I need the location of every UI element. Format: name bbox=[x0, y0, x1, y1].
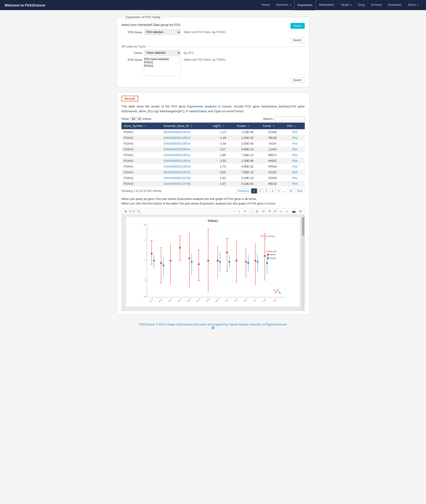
col-gene-symbol[interactable]: Gene_Symbol ⇅ bbox=[121, 123, 162, 129]
about-caret: ▾ bbox=[417, 4, 418, 6]
nav-genomic[interactable]: Genomic ▾ bbox=[273, 0, 294, 10]
svg-text:COAD: COAD bbox=[187, 298, 191, 303]
svg-point-70 bbox=[278, 292, 279, 293]
plot-link[interactable]: Plot bbox=[292, 130, 297, 134]
search-button-1[interactable]: Search bbox=[290, 38, 305, 43]
ensembl-link[interactable]: ENSG00000129514 bbox=[164, 165, 190, 168]
table-row: FOXA1 ENSG00000129514 1.07 9.40E-10 LUAD… bbox=[121, 147, 305, 152]
nav-expression[interactable]: Expression bbox=[294, 0, 316, 10]
plot-link[interactable]: Plot bbox=[292, 165, 297, 168]
cell-tumor: READ bbox=[260, 135, 285, 141]
nav-download[interactable]: Download bbox=[385, 0, 405, 10]
ensembl-link[interactable]: ENSG00000129514 bbox=[164, 170, 190, 174]
ensembl-link[interactable]: ENSG00000129514 bbox=[164, 159, 190, 162]
plot-link[interactable]: Plot bbox=[292, 147, 297, 151]
nav-home[interactable]: Home bbox=[259, 0, 273, 10]
cell-ensembl: ENSG00000125798 bbox=[162, 181, 211, 187]
plot-eraser-button[interactable]: ◇ bbox=[278, 209, 283, 214]
svg-text:CESC: CESC bbox=[168, 298, 172, 303]
svg-text:ESCA: ESCA bbox=[196, 298, 201, 303]
svg-text:KICH: KICH bbox=[225, 298, 229, 302]
svg-point-39 bbox=[207, 260, 209, 262]
entries-select[interactable]: 102550100 bbox=[130, 117, 142, 121]
nav-drug[interactable]: Drug bbox=[355, 0, 368, 10]
svg-point-71 bbox=[279, 293, 281, 294]
plot-link[interactable]: Plot bbox=[292, 153, 297, 157]
site-brand: Welcome to FOX2Cancer bbox=[5, 3, 45, 7]
ensembl-link[interactable]: ENSG00000129514 bbox=[164, 147, 190, 151]
fox-gene2-select[interactable]: FOX Gene selection FOXA1FOXA2 bbox=[144, 57, 181, 76]
table-row: FOXA1 ENSG00000129514 -1.49 2.20E-02 REA… bbox=[121, 135, 305, 141]
ensembl-link[interactable]: ENSG00000129514 bbox=[164, 153, 190, 157]
plot-link[interactable]: Plot bbox=[292, 170, 297, 174]
cell-logfc: 3.63 bbox=[211, 169, 235, 175]
target-caret: ▾ bbox=[350, 4, 352, 6]
svg-text:BRCA: BRCA bbox=[158, 298, 163, 303]
plot-camera-button[interactable]: 📷 bbox=[291, 209, 297, 214]
plot-settings-button[interactable]: ⚙ bbox=[298, 209, 303, 214]
page-5-button[interactable]: 5 bbox=[276, 189, 282, 194]
prev-button[interactable]: Previous bbox=[236, 189, 251, 194]
col-plot[interactable]: Plot ⇅ bbox=[285, 123, 305, 129]
scrollbar-thumb[interactable] bbox=[302, 217, 304, 236]
col-pvalue[interactable]: Pvalue ⇅ bbox=[235, 123, 260, 129]
svg-text:KIRP: KIRP bbox=[244, 298, 248, 302]
page-1-button[interactable]: 1 bbox=[251, 189, 257, 194]
page-2-button[interactable]: 2 bbox=[257, 189, 263, 194]
svg-text:-10: -10 bbox=[143, 296, 146, 298]
col-tumor[interactable]: Tumor ⇅ bbox=[260, 123, 285, 129]
table-row: FOXA2 ENSG00000125798 1.63 6.30E-18 COAD… bbox=[121, 175, 305, 181]
plot-undo-button[interactable]: ↺ bbox=[242, 209, 247, 214]
ensembl-link[interactable]: ENSG00000125798 bbox=[164, 182, 190, 185]
plot-text-button[interactable]: A↑ bbox=[260, 209, 266, 214]
plot-link[interactable]: Plot bbox=[292, 159, 297, 162]
scrollbar[interactable] bbox=[302, 215, 305, 311]
fox-gene-label: FOX Gene bbox=[121, 30, 142, 34]
plot-fullscreen-button[interactable]: ⛶ bbox=[248, 209, 254, 214]
tumor-select[interactable]: Tumor selection ACCBLCABRCA CESCCHOL bbox=[144, 50, 181, 56]
svg-text:-5: -5 bbox=[144, 279, 146, 281]
nav-about[interactable]: About ▾ bbox=[405, 0, 421, 10]
table-search-input[interactable] bbox=[275, 117, 305, 121]
pagination-info: Showing 1 to 10 of 252 entries bbox=[121, 189, 162, 193]
cell-gene: FOXA1 bbox=[121, 169, 162, 175]
col-logfc[interactable]: logFC ⇅ bbox=[211, 123, 235, 129]
form-section-title: select your interested Data group by FOX bbox=[121, 23, 291, 27]
nav-methylation[interactable]: Methylation bbox=[316, 0, 337, 10]
plot-link[interactable]: Plot bbox=[292, 182, 297, 185]
foxa1-chart: FOXA1 10 5 0 -5 -10 bbox=[126, 217, 300, 307]
plot-emoji-button[interactable]: ☺ bbox=[284, 209, 290, 214]
ensembl-link[interactable]: ENSG00000125798 bbox=[164, 176, 190, 180]
cell-pvalue: 5.10E-04 bbox=[235, 181, 260, 187]
nav-survival[interactable]: Survival bbox=[368, 0, 385, 10]
next-button[interactable]: Next bbox=[295, 189, 305, 194]
page-4-button[interactable]: 4 bbox=[270, 189, 275, 194]
plot-page-current: 1 bbox=[129, 210, 131, 213]
ensembl-link[interactable]: ENSG00000129514 bbox=[164, 136, 190, 140]
plot-minus-button[interactable]: − bbox=[232, 209, 236, 214]
nav-target[interactable]: Target ▾ bbox=[337, 0, 355, 10]
page-26-button[interactable]: 26 bbox=[287, 189, 294, 194]
cell-plot: Plot bbox=[285, 158, 305, 164]
plot-grid-button[interactable]: ⊞ bbox=[123, 209, 128, 214]
plot-link[interactable]: Plot bbox=[292, 176, 297, 180]
ensembl-link[interactable]: ENSG00000129514 bbox=[164, 130, 190, 134]
plot-filter2-button[interactable]: ∀ bbox=[273, 209, 277, 214]
plot-plus-button[interactable]: + bbox=[237, 209, 241, 214]
plot-link[interactable]: Plot bbox=[292, 136, 297, 140]
svg-point-33 bbox=[191, 261, 193, 263]
cell-ensembl: ENSG00000129514 bbox=[162, 135, 211, 141]
plot-filter-button[interactable]: ∀ bbox=[267, 209, 272, 214]
ensembl-link[interactable]: ENSG00000129514 bbox=[164, 142, 190, 145]
fox-gene2-hint: Select one FOX Gene. eg. FOXA1 bbox=[184, 57, 226, 61]
footer-link[interactable]: FOX2Cancer © 2022 College of Biomedical … bbox=[139, 323, 287, 326]
col-ensembl-id[interactable]: Ensembl_Gene_ID ⇅ bbox=[162, 123, 211, 129]
plot-copy-button[interactable]: ⧉ bbox=[255, 209, 260, 214]
reset-button[interactable]: Reset bbox=[291, 23, 305, 29]
plot-zoom-icon[interactable]: 🔍 bbox=[135, 209, 142, 214]
fox-gene-select[interactable]: FOX selection FOXA1FOXA2FOXB1 FOXC1FOXD1 bbox=[144, 29, 181, 35]
plot-link[interactable]: Plot bbox=[292, 142, 297, 145]
search-button-2[interactable]: Search bbox=[290, 77, 305, 83]
table-row: FOXA1 ENSG00000129514 3.63 7.60E-12 UCEC… bbox=[121, 169, 305, 175]
page-3-button[interactable]: 3 bbox=[264, 189, 269, 194]
